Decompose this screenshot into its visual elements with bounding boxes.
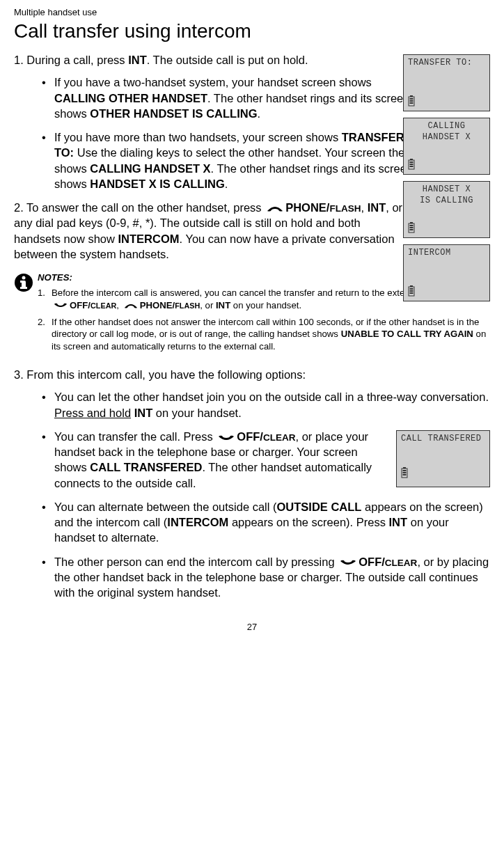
text-smallcaps: FLASH: [175, 301, 200, 310]
text-bold: OFF/: [237, 430, 263, 443]
bullet-item: • You can let the other handset join you…: [42, 389, 490, 420]
svg-rect-13: [410, 227, 414, 228]
text: If you have more than two handsets, your…: [54, 131, 342, 143]
text: You can transfer the call. Press: [54, 430, 216, 443]
svg-rect-2: [410, 98, 414, 100]
svg-rect-14: [410, 229, 414, 230]
phone-off-icon: [339, 559, 357, 566]
text: If you have a two-handset system, your h…: [54, 76, 372, 88]
step-1: 1. During a call, press INT. The outside…: [14, 52, 393, 68]
text-bold: INTERCOM: [118, 233, 180, 245]
bullet-dot: •: [42, 499, 54, 546]
text-bold: CALL TRANSFERED: [90, 461, 202, 473]
text: , or: [200, 300, 216, 310]
svg-rect-24: [20, 287, 27, 289]
text: ,: [116, 300, 121, 310]
text: 1. During a call, press: [14, 54, 128, 66]
text-bold: INT: [128, 54, 147, 66]
text: on your handset.: [230, 300, 301, 310]
text: . The outside call is put on hold.: [147, 54, 308, 66]
note-number: 1.: [38, 287, 52, 312]
step-2: 2. To answer the call on the other hands…: [14, 200, 404, 262]
text-smallcaps: CLEAR: [385, 558, 418, 568]
text-smallcaps: FLASH: [329, 203, 361, 214]
text-bold: OFF/: [70, 300, 90, 310]
text-underline: Press and hold: [54, 407, 131, 419]
lcd-text: CALLING: [408, 121, 485, 132]
lcd-text: TRANSFER TO:: [408, 58, 485, 69]
text-smallcaps: CLEAR: [263, 432, 296, 443]
bullet-item: • The other person can end the intercom …: [42, 554, 490, 601]
svg-rect-17: [410, 288, 414, 290]
text-smallcaps: CLEAR: [90, 301, 116, 310]
text-bold: INT: [134, 407, 153, 419]
step-1-bullets: • If you have a two-handset system, your…: [42, 74, 421, 191]
svg-rect-12: [410, 225, 414, 226]
svg-rect-9: [410, 166, 414, 167]
lcd-intercom: INTERCOM: [403, 244, 490, 301]
text-bold: HANDSET X IS CALLING: [90, 178, 224, 190]
bullet-item: • If you have more than two handsets, yo…: [42, 129, 421, 191]
text: The other person can end the intercom ca…: [54, 556, 338, 568]
text-bold: INTERCOM: [167, 516, 228, 528]
battery-icon: [408, 285, 415, 297]
info-icon: [14, 271, 38, 357]
text-bold: INT: [368, 201, 386, 214]
bullet-dot: •: [42, 554, 54, 601]
svg-rect-4: [410, 102, 414, 104]
lcd-text: HANDSET X: [408, 184, 485, 196]
svg-rect-27: [403, 470, 407, 471]
breadcrumb: Multiple handset use: [14, 7, 490, 17]
lcd-handset-is-calling: HANDSET X IS CALLING: [403, 181, 490, 238]
text-bold: PHONE/: [285, 201, 329, 214]
svg-rect-7: [410, 162, 414, 163]
battery-icon: [408, 222, 415, 233]
lcd-call-transfered: CALL TRANSFERED: [396, 430, 490, 487]
bullet-item: • You can alternate between the outside …: [42, 499, 490, 546]
svg-rect-3: [410, 100, 414, 102]
text-bold: OUTSIDE CALL: [277, 501, 362, 513]
lcd-calling-handset: CALLING HANDSET X: [403, 118, 490, 175]
bullet-dot: •: [42, 129, 54, 191]
text: on your handset.: [152, 407, 242, 419]
lcd-transfer-to: TRANSFER TO:: [403, 54, 490, 111]
svg-rect-29: [403, 474, 407, 475]
text: You can alternate between the outside ca…: [54, 501, 277, 513]
text: appears on the screen). Press: [228, 516, 388, 528]
note-item: 2. If the other handset does not answer …: [38, 316, 490, 353]
svg-rect-23: [20, 281, 24, 283]
text: 2. To answer the call on the other hands…: [14, 201, 265, 214]
lcd-text: IS CALLING: [408, 196, 485, 207]
text-bold: UNABLE TO CALL TRY AGAIN: [341, 329, 473, 339]
step-3: 3. From this intercom call, you have the…: [14, 367, 490, 382]
lcd-text: HANDSET X: [408, 132, 485, 143]
bullet-item: • CALL TRANSFERED You can transfer the c…: [42, 429, 490, 491]
battery-icon: [408, 95, 415, 107]
text-bold: OFF/: [359, 556, 385, 568]
text-bold: INT: [389, 516, 408, 528]
battery-icon: [408, 159, 415, 170]
text: ,: [361, 201, 368, 214]
phone-off-icon: [53, 302, 68, 309]
bullet-dot: •: [42, 389, 54, 420]
text-bold: CALLING OTHER HANDSET: [54, 92, 207, 104]
page-number: 27: [14, 622, 490, 632]
step-3-bullets: • You can let the other handset join you…: [42, 389, 490, 600]
phone-on-icon: [266, 205, 284, 212]
svg-rect-8: [410, 164, 414, 165]
text-bold: CALLING HANDSET X: [90, 162, 210, 175]
bullet-dot: •: [42, 74, 54, 121]
note-number: 2.: [38, 316, 52, 353]
lcd-text: INTERCOM: [408, 248, 485, 259]
text-bold: PHONE/: [140, 300, 175, 310]
phone-on-icon: [123, 302, 139, 309]
text-bold: OTHER HANDSET IS CALLING: [90, 107, 257, 120]
svg-rect-28: [403, 472, 407, 473]
bullet-item: • If you have a two-handset system, your…: [42, 74, 421, 121]
text-bold: INT: [216, 300, 230, 310]
bullet-dot: •: [42, 429, 54, 491]
svg-point-21: [22, 276, 26, 280]
phone-off-icon: [217, 434, 235, 441]
lcd-text: CALL TRANSFERED: [401, 434, 485, 445]
text: .: [258, 107, 261, 120]
